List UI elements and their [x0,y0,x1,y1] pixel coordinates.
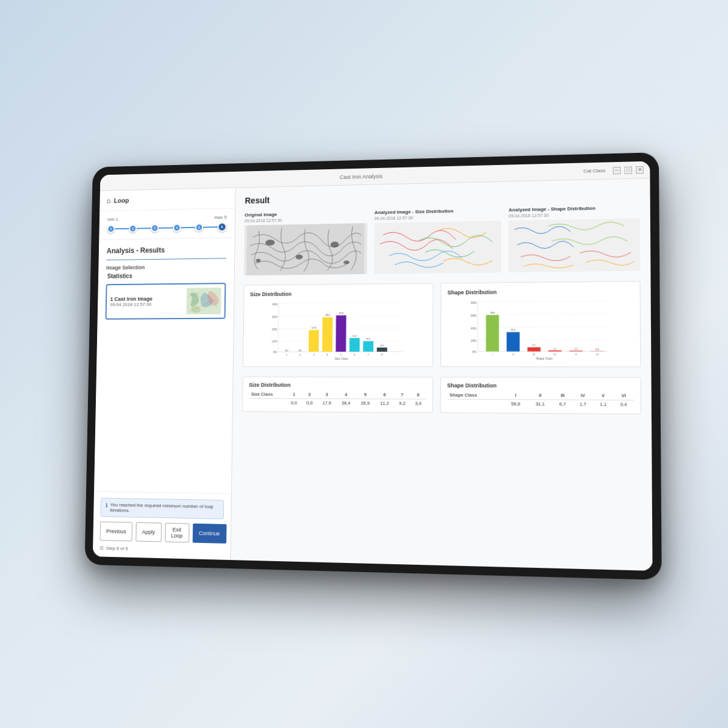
result-title: Result [245,187,640,206]
image-thumbnail [186,288,221,314]
svg-text:40%: 40% [471,327,477,330]
svg-text:1: 1 [286,353,288,356]
footer-buttons: Previous Apply Exit Loop Continue [100,522,224,544]
shape-col-header-II: II [528,391,553,400]
size-col-header-6: 6 [375,391,394,399]
size-val-7: 9,2 [394,399,410,408]
svg-line-56 [477,314,608,314]
shape-val-V: 1,1 [593,400,614,408]
image-card-date: 09.04.2018 12:57:30 [110,302,182,308]
section-divider [106,258,226,260]
slider-dot-4[interactable]: 4 [173,224,181,232]
slider-section: min 1 max 5 1 2 3 4 5 6 [99,209,235,240]
size-val-3: 17,9 [317,399,337,407]
image-selection-label: Image Selection [106,263,226,271]
svg-text:5: 5 [340,353,342,356]
shape-col-header-I: I [504,391,528,400]
svg-rect-43 [363,341,373,351]
svg-text:0.4: 0.4 [596,348,599,351]
size-table-header-row: Size Class 1 2 3 4 5 6 7 8 [249,390,426,399]
user-label: Cat Class [584,168,605,174]
shape-col-header-III: III [553,391,573,400]
slider-dot-3[interactable]: 3 [151,224,159,232]
slider-dot-2[interactable]: 2 [129,224,136,233]
shape-val-I: 58,8 [504,400,528,408]
slider-track[interactable]: 1 2 3 4 5 6 [107,222,226,234]
analysis-results-section: Analysis - Results Image Selection Stati… [97,238,234,328]
svg-text:III: III [533,353,535,356]
svg-text:3.4: 3.4 [380,345,383,347]
minimize-button[interactable]: ─ [613,166,621,174]
shape-val-VI: 0,4 [613,400,634,408]
svg-text:60%: 60% [471,314,477,317]
svg-text:II: II [513,353,514,356]
size-chart-svg: 40% 30% 20% 10% 0% [249,300,426,360]
size-distribution-chart: Size Distribution 40% 30% 20% 10% 0% [243,283,433,368]
svg-text:20%: 20% [272,328,277,331]
svg-text:10%: 10% [272,340,277,343]
svg-text:0.0: 0.0 [298,349,302,352]
svg-line-55 [478,301,609,302]
sidebar: ⌂ Loop min 1 max 5 1 2 3 4 5 [93,188,236,560]
svg-text:I: I [492,353,493,356]
shape-col-header-VI: VI [613,391,634,400]
svg-rect-34 [322,317,332,352]
previous-button[interactable]: Previous [100,522,133,542]
charts-row: Size Distribution 40% 30% 20% 10% 0% [243,281,641,367]
shape-dist-image-svg [508,218,640,272]
svg-text:0%: 0% [472,350,476,353]
original-image[interactable] [244,223,367,275]
info-message: You reached the required minimum number … [110,502,218,515]
svg-text:6.7: 6.7 [532,344,535,346]
svg-line-18 [279,303,403,304]
size-col-header-3: 3 [317,391,337,399]
shape-distribution-chart: Shape Distribution 80% 60% 40% 20% 0% [440,281,641,367]
svg-text:6: 6 [354,353,356,356]
svg-text:1.7: 1.7 [553,348,557,350]
exit-loop-button[interactable]: Exit Loop [164,523,189,543]
size-dist-image[interactable] [374,221,502,274]
apply-button[interactable]: Apply [136,522,162,542]
monitor: Cast Iron Analysis Cat Class ─ □ ✕ ⌂ Loo… [85,152,662,580]
shape-val-IV: 1,7 [573,400,593,408]
original-image-block: Original Image 09.04.2018 12:57:30 [244,210,367,275]
slider-dot-1[interactable]: 1 [107,225,115,234]
image-card[interactable]: 1 Cast Iron Image 09.04.2018 12:57:30 [106,283,226,320]
continue-button[interactable]: Continue [192,524,226,544]
analysis-results-title: Analysis - Results [107,245,227,255]
maximize-button[interactable]: □ [624,166,632,174]
svg-text:0.0: 0.0 [285,349,288,352]
svg-text:7: 7 [368,353,369,356]
slider-dot-5[interactable]: 5 [195,223,203,232]
svg-rect-40 [349,338,360,352]
sidebar-header: ⌂ Loop [99,188,235,211]
size-col-header-1: 1 [286,391,302,399]
home-icon[interactable]: ⌂ [106,197,110,204]
svg-text:IV: IV [554,353,556,356]
size-dist-image-svg [374,221,502,274]
svg-rect-65 [507,332,520,351]
shape-dist-image[interactable] [508,218,640,272]
shape-table-row: 58,8 31,1 6,7 1,7 1,1 0,4 [447,399,634,408]
slider-dot-6[interactable]: 6 [217,222,226,232]
svg-text:40%: 40% [272,303,278,306]
original-image-date: 09.04.2018 12:57:30 [244,217,367,223]
slider-labels: min 1 max 5 [107,215,227,222]
shape-chart-svg: 80% 60% 40% 20% 0% [447,298,634,360]
svg-rect-37 [335,315,346,352]
svg-text:Shape Class: Shape Class [536,357,553,360]
svg-text:31.1: 31.1 [511,329,516,331]
step-icon: ⊡ [99,545,104,551]
shape-table-title: Shape Distribution [447,382,634,389]
step-label: Step 8 of 9 [106,545,127,551]
slider-max-label: max 5 [214,215,227,220]
size-table-title: Size Distribution [249,382,426,389]
close-button[interactable]: ✕ [636,166,644,174]
svg-text:58.8: 58.8 [490,312,495,314]
images-row: Original Image 09.04.2018 12:57:30 [244,204,640,275]
tables-row: Size Distribution Size Class 1 2 3 4 5 [242,377,641,414]
size-dist-image-block: Analyzed Image - Size Distribution 09.04… [374,207,502,274]
main-content: Result Original Image 09.04.2018 12:57:3… [231,178,652,571]
size-val-6: 11,2 [375,399,394,408]
size-table: Size Distribution Size Class 1 2 3 4 5 [242,377,433,413]
